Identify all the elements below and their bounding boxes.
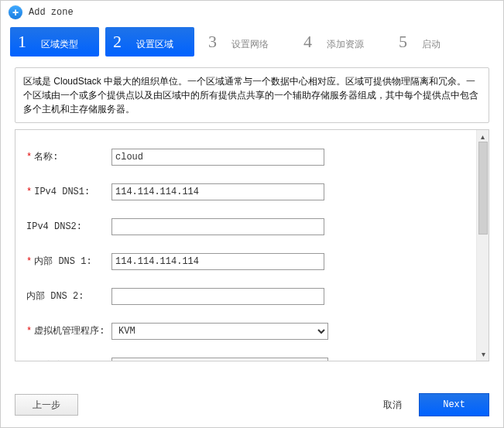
- form-scrollbar[interactable]: [476, 130, 489, 361]
- wizard-title: Add zone: [29, 7, 74, 18]
- ipv4-dns2-input[interactable]: [111, 218, 324, 235]
- step-number: 2: [113, 32, 130, 52]
- zone-description: 区域是 CloudStack 中最大的组织单位。一个区域通常与一个数据中心相对应…: [15, 67, 489, 123]
- zone-form: *名称: *IPv4 DNS1: IPv4 DNS2: *内部 DNS 1: 内…: [15, 130, 476, 361]
- step-setup-network[interactable]: 3 设置网络: [201, 27, 290, 56]
- step-label: 启动: [422, 38, 441, 51]
- label-internal-dns2: 内部 DNS 2:: [26, 289, 111, 303]
- step-number: 1: [18, 32, 35, 52]
- hypervisor-select[interactable]: KVM: [111, 323, 328, 340]
- label-name: *名称:: [26, 150, 111, 163]
- row-ipv4-dns2: IPv4 DNS2:: [26, 209, 465, 244]
- row-hypervisor: *虚拟机管理程序: KVM: [26, 313, 465, 348]
- cancel-link[interactable]: 取消: [383, 399, 402, 412]
- label-ipv4-dns2: IPv4 DNS2:: [26, 221, 111, 232]
- label-ipv4-dns1: *IPv4 DNS1:: [26, 187, 111, 197]
- internal-dns1-input[interactable]: [111, 253, 324, 270]
- step-zone-type[interactable]: 1 区域类型: [10, 27, 99, 56]
- name-input[interactable]: [111, 149, 324, 166]
- label-hypervisor: *虚拟机管理程序:: [26, 324, 111, 337]
- add-zone-wizard: { "header": { "title": "Add zone" }, "st…: [0, 0, 504, 428]
- row-internal-dns2: 内部 DNS 2:: [26, 279, 465, 313]
- step-nav: 1 区域类型 2 设置区域 3 设置网络 4 添加资源 5 启动: [1, 24, 503, 63]
- ipv4-dns1-input[interactable]: [111, 183, 324, 200]
- step-label: 设置网络: [231, 38, 269, 51]
- wizard-footer: 上一步 取消 Next: [1, 385, 503, 427]
- step-label: 设置区域: [136, 38, 173, 51]
- network-offering-select[interactable]: DefaultSharedNetworkOfferingWithSGServic…: [111, 358, 328, 361]
- scroll-down-icon[interactable]: [478, 348, 489, 359]
- next-button[interactable]: Next: [419, 393, 489, 416]
- plus-icon: [9, 5, 22, 19]
- footer-right: 取消 Next: [383, 393, 489, 416]
- step-number: 5: [399, 32, 416, 52]
- row-ipv4-dns1: *IPv4 DNS1:: [26, 174, 465, 209]
- step-launch[interactable]: 5 启动: [391, 27, 480, 56]
- row-internal-dns1: *内部 DNS 1:: [26, 244, 465, 279]
- scroll-thumb[interactable]: [478, 142, 488, 235]
- step-number: 3: [208, 32, 225, 52]
- scroll-up-icon[interactable]: [478, 131, 489, 142]
- step-add-resources[interactable]: 4 添加资源: [296, 27, 385, 56]
- step-label: 添加资源: [327, 38, 364, 51]
- step-number: 4: [303, 32, 321, 52]
- wizard-header: Add zone: [1, 1, 503, 24]
- step-setup-zone[interactable]: 2 设置区域: [105, 27, 194, 56]
- row-name: *名称:: [26, 139, 465, 174]
- row-network-offering: 网络方案: DefaultSharedNetworkOfferingWithSG…: [26, 348, 465, 361]
- previous-button[interactable]: 上一步: [15, 394, 78, 416]
- step-label: 区域类型: [41, 38, 78, 51]
- zone-form-panel: *名称: *IPv4 DNS1: IPv4 DNS2: *内部 DNS 1: 内…: [15, 129, 489, 361]
- internal-dns2-input[interactable]: [111, 288, 324, 305]
- label-network-offering: 网络方案:: [26, 359, 111, 361]
- label-internal-dns1: *内部 DNS 1:: [26, 255, 111, 268]
